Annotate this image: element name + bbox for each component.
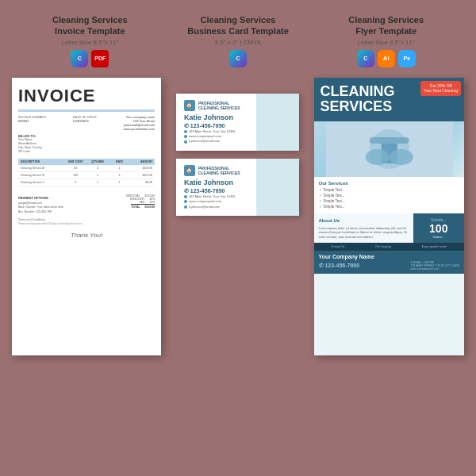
checkmark-icon: ✓ bbox=[319, 198, 322, 203]
cleaning-svg bbox=[314, 121, 464, 177]
invoice-document: INVOICE INVOICE NUMBER 000001 DATE OF IS… bbox=[12, 78, 161, 355]
svg-point-4 bbox=[365, 149, 389, 165]
checkmark-icon: ✓ bbox=[319, 204, 322, 209]
bc-logo-row-2: 🏠 PROFESSIONAL CLEANING SERVICES bbox=[184, 165, 291, 176]
invoice-meta: INVOICE NUMBER 000001 DATE OF ISSUE 11/3… bbox=[18, 115, 155, 131]
canva-icon-bc: C bbox=[229, 50, 247, 67]
business-card-template-header: Cleaning Services Business Card Template… bbox=[164, 14, 313, 67]
invoice-company-block: Your company name 123 Your Street yourem… bbox=[124, 115, 155, 131]
bc-person-name-2: Katie Johnson bbox=[184, 178, 291, 186]
canva-icon-flyer: C bbox=[357, 50, 374, 67]
invoice-payment: PAYMENT OPTIONS paypal@email.com Bank Tr… bbox=[18, 196, 63, 215]
ai-icon: Ai bbox=[378, 50, 395, 67]
bc-content-2: 🏠 PROFESSIONAL CLEANING SERVICES Katie J… bbox=[184, 165, 291, 209]
discount-badge: Get 25% OffYour Next Cleaning bbox=[420, 81, 461, 96]
flyer-template-title: Cleaning Services Flyer Template bbox=[348, 14, 424, 37]
invoice-table-header: DESCRIPTION UNIT COST QTY/HRS RATE AMOUN… bbox=[18, 159, 155, 165]
flyer-footer: Your Company Name ✆ 123-456-7890 8:30 AM… bbox=[314, 251, 464, 274]
bc-phone-2: ✆ 123-456-7890 bbox=[184, 188, 291, 194]
main-container: Cleaning Services Invoice Template Lette… bbox=[0, 0, 476, 476]
service-item: ✓ Simple Text... bbox=[319, 193, 459, 198]
bc-logo-row: 🏠 PROFESSIONAL CLEANING SERVICES bbox=[184, 100, 291, 111]
bc-content-1: 🏠 PROFESSIONAL CLEANING SERVICES Katie J… bbox=[184, 100, 291, 144]
invoice-totals: SUBTOTAL $110.00 DISCOUNT 10% TAX 10% TO… bbox=[125, 194, 155, 215]
table-row: Cleaning Service B 150 1 1 $150.00 bbox=[18, 172, 155, 179]
bc-details-2: 123 Main Street, Your City 12456 www.com… bbox=[184, 194, 291, 209]
business-card-1: 🏠 PROFESSIONAL CLEANING SERVICES Katie J… bbox=[176, 94, 299, 151]
email-icon bbox=[184, 140, 187, 144]
invoice-date-block: DATE OF ISSUE 11/30/2022 bbox=[73, 115, 97, 131]
templates-area: INVOICE INVOICE NUMBER 000001 DATE OF IS… bbox=[0, 78, 476, 476]
flyer-image bbox=[314, 121, 464, 177]
contact-row: Contact Us Get cleaning Enjoy sparkle ho… bbox=[314, 243, 464, 251]
invoice-heading: INVOICE bbox=[18, 86, 155, 106]
web-icon-2 bbox=[184, 200, 187, 203]
thank-you: Thank You! bbox=[18, 232, 155, 239]
bc-phone: ✆ 123-456-7890 bbox=[184, 123, 291, 129]
invoice-addresses: BILLED TO: Your Name Street Address City… bbox=[18, 134, 155, 154]
guarantee-badge: Satisfa... 100 Guara... bbox=[413, 213, 465, 243]
email-icon-2 bbox=[184, 205, 187, 209]
canva-icon: C bbox=[71, 50, 88, 67]
location-icon bbox=[184, 130, 187, 133]
flyer-footer-details: ✆ 123-456-7890 8:30 AM - 6:00 PM 123 MAI… bbox=[319, 261, 459, 271]
bc-logo-icon-2: 🏠 bbox=[184, 165, 195, 176]
pdf-icon: PDF bbox=[91, 50, 109, 67]
bc-person-name: Katie Johnson bbox=[184, 113, 291, 121]
flyer-document: Get 25% OffYour Next Cleaning CLEANING S… bbox=[314, 78, 464, 355]
about-section: About Us Lorem ipsum dolor sit amet, con… bbox=[314, 213, 464, 243]
invoice-divider bbox=[18, 109, 155, 112]
flyer-size-info: Letter Size 8.5"x 11" bbox=[357, 39, 414, 46]
checkmark-icon: ✓ bbox=[319, 193, 322, 198]
invoice-number-block: INVOICE NUMBER 000001 bbox=[18, 115, 46, 131]
location-icon-2 bbox=[184, 195, 187, 198]
terms-text: Please send payment within 30 days of re… bbox=[18, 222, 155, 225]
contact-item: Get cleaning bbox=[375, 245, 391, 248]
contact-item: Contact Us bbox=[331, 245, 344, 248]
flyer-icons: C Ai Ps bbox=[357, 50, 416, 67]
flyer-services: Our Services ✓ Simple Text... ✓ Simple T… bbox=[314, 177, 464, 213]
bc-company-name: PROFESSIONAL CLEANING SERVICES bbox=[198, 101, 240, 110]
bc-details: 123 Main Street, Your City 12456 www.com… bbox=[184, 129, 291, 144]
terms: Terms and Conditions bbox=[18, 218, 155, 221]
service-item: ✓ Simple Text... bbox=[319, 187, 459, 192]
ps-icon: Ps bbox=[398, 50, 416, 67]
about-text: About Us Lorem ipsum dolor sit amet, con… bbox=[314, 213, 413, 243]
business-cards-column: 🏠 PROFESSIONAL CLEANING SERVICES Katie J… bbox=[169, 94, 305, 216]
invoice-billed-to: BILLED TO: Your Name Street Address City… bbox=[18, 134, 42, 154]
table-row: Cleaning Service C 0 1 1 $0.00 bbox=[18, 179, 155, 186]
web-icon bbox=[184, 135, 187, 138]
bc-logo-icon: 🏠 bbox=[184, 100, 195, 111]
invoice-template-title: Cleaning Services Invoice Template bbox=[52, 14, 128, 37]
business-card-2: 🏠 PROFESSIONAL CLEANING SERVICES Katie J… bbox=[176, 159, 299, 216]
flyer-top: Get 25% OffYour Next Cleaning CLEANING S… bbox=[314, 78, 464, 122]
svg-rect-2 bbox=[369, 137, 409, 144]
business-card-size-info: 3.5" x 2" | CMYK bbox=[214, 39, 261, 46]
checkmark-icon: ✓ bbox=[319, 187, 322, 192]
service-item: ✓ Simple Text... bbox=[319, 198, 459, 203]
svg-point-5 bbox=[389, 149, 413, 165]
service-item: ✓ Simple Text... bbox=[319, 204, 459, 209]
invoice-icons: C PDF bbox=[71, 50, 109, 67]
business-card-icons: C bbox=[229, 50, 247, 67]
flyer-template-header: Cleaning Services Flyer Template Letter … bbox=[312, 14, 460, 67]
business-card-template-title: Cleaning Services Business Card Template bbox=[187, 14, 289, 37]
bc-company-name-2: PROFESSIONAL CLEANING SERVICES bbox=[198, 166, 240, 175]
table-row: Cleaning Service A 50 2 1 $100.00 bbox=[18, 165, 155, 172]
invoice-size-info: Letter Size 8.5"x 11" bbox=[61, 39, 118, 46]
invoice-template-header: Cleaning Services Invoice Template Lette… bbox=[16, 14, 164, 67]
cleaning-image bbox=[314, 121, 464, 177]
header-row: Cleaning Services Invoice Template Lette… bbox=[0, 0, 476, 74]
contact-item: Enjoy sparkle home! bbox=[422, 245, 447, 248]
